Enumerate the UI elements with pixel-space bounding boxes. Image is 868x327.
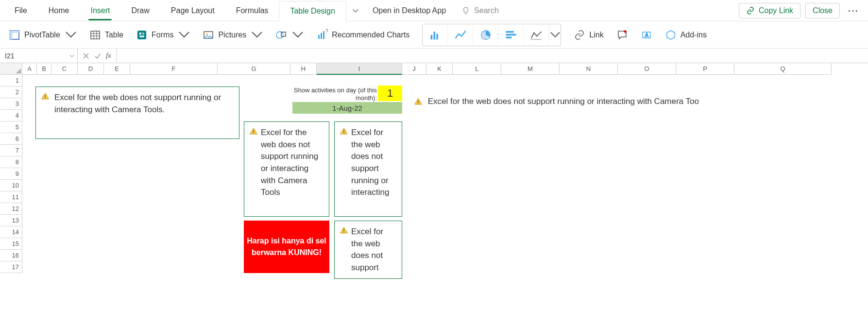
svg-rect-3 xyxy=(91,31,100,39)
cancel-icon[interactable] xyxy=(83,52,89,59)
tab-formulas[interactable]: Formulas xyxy=(225,0,279,21)
tab-home[interactable]: Home xyxy=(38,0,80,21)
pivottable-label: PivotTable xyxy=(24,31,60,39)
row-header-14[interactable]: 14 xyxy=(0,226,22,238)
row-header-9[interactable]: 9 xyxy=(0,168,22,180)
table-button[interactable]: Table xyxy=(89,29,123,41)
copy-link-button[interactable]: Copy Link xyxy=(739,3,800,18)
camera-warning-text: Excel for the web does not support runni… xyxy=(351,128,389,197)
row-header-15[interactable]: 15 xyxy=(0,238,22,250)
row-header-2[interactable]: 2 xyxy=(0,86,22,98)
column-header-M[interactable]: M xyxy=(501,63,560,75)
chevron-down-icon[interactable] xyxy=(352,7,359,14)
row-header-13[interactable]: 13 xyxy=(0,215,22,226)
row-header-3[interactable]: 3 xyxy=(0,98,22,110)
select-all-corner[interactable] xyxy=(0,63,22,75)
column-header-G[interactable]: G xyxy=(218,63,290,75)
day-input-cell[interactable]: 1 xyxy=(378,86,402,101)
column-header-O[interactable]: O xyxy=(618,63,676,75)
column-header-L[interactable]: L xyxy=(453,63,501,75)
column-header-B[interactable]: B xyxy=(37,63,51,75)
textbox-button[interactable]: A xyxy=(641,29,652,41)
recommended-charts-icon: ? xyxy=(316,29,328,41)
svg-rect-34 xyxy=(253,130,254,132)
pictures-label: Pictures xyxy=(218,31,246,39)
svg-rect-37 xyxy=(343,133,344,134)
column-headers: ABCDEFGHIJKLMNOPQ xyxy=(22,63,832,75)
row-header-5[interactable]: 5 xyxy=(0,121,22,133)
svg-point-13 xyxy=(206,33,208,35)
column-header-E[interactable]: E xyxy=(104,63,130,75)
row-header-6[interactable]: 6 xyxy=(0,133,22,145)
svg-rect-8 xyxy=(137,31,146,39)
column-header-D[interactable]: D xyxy=(78,63,104,75)
svg-rect-20 xyxy=(430,35,432,39)
formula-input[interactable] xyxy=(117,49,868,63)
more-button[interactable]: ⋯ xyxy=(845,4,861,17)
tab-page-layout[interactable]: Page Layout xyxy=(160,0,225,21)
svg-rect-36 xyxy=(343,130,344,132)
svg-rect-25 xyxy=(506,34,516,35)
confirm-icon[interactable] xyxy=(94,52,101,59)
comment-button[interactable] xyxy=(616,29,628,41)
tab-table-design[interactable]: Table Design xyxy=(279,1,346,21)
column-header-Q[interactable]: Q xyxy=(734,63,832,75)
area-chart-button[interactable] xyxy=(524,25,549,45)
svg-rect-22 xyxy=(436,34,438,39)
link-icon xyxy=(574,29,585,41)
column-header-I[interactable]: I xyxy=(317,63,402,75)
search-box[interactable]: Search xyxy=(454,6,739,15)
recommended-charts-label: Recommended Charts xyxy=(332,31,409,39)
pie-chart-button[interactable] xyxy=(473,25,498,45)
row-header-4[interactable]: 4 xyxy=(0,110,22,121)
name-box[interactable]: I21 xyxy=(0,49,78,63)
column-chart-icon xyxy=(428,28,442,42)
fx-icon[interactable]: fx xyxy=(106,49,117,63)
chart-gallery-more-button[interactable] xyxy=(549,25,561,45)
forms-button[interactable]: Forms xyxy=(136,29,190,41)
column-header-F[interactable]: F xyxy=(130,63,218,75)
row-header-11[interactable]: 11 xyxy=(0,191,22,203)
pivottable-button[interactable]: PivotTable xyxy=(9,29,77,41)
red-instruction-text: Harap isi hanya di sel berwarna KUNING! xyxy=(244,235,329,258)
link-icon xyxy=(746,6,755,15)
column-header-C[interactable]: C xyxy=(51,63,78,75)
bar-chart-button[interactable] xyxy=(498,25,524,45)
chevron-down-icon xyxy=(69,53,74,58)
recommended-charts-button[interactable]: ? Recommended Charts xyxy=(316,29,409,41)
svg-rect-10 xyxy=(142,33,144,34)
line-chart-button[interactable] xyxy=(448,25,473,45)
pictures-button[interactable]: Pictures xyxy=(203,29,263,41)
row-header-12[interactable]: 12 xyxy=(0,203,22,215)
comment-icon xyxy=(616,29,628,41)
row-header-16[interactable]: 16 xyxy=(0,250,22,261)
addins-button[interactable]: Add-ins xyxy=(665,29,707,41)
open-in-desktop-button[interactable]: Open in Desktop App xyxy=(365,6,454,15)
svg-rect-16 xyxy=(318,35,320,39)
svg-rect-40 xyxy=(418,100,419,102)
row-header-8[interactable]: 8 xyxy=(0,156,22,168)
row-header-17[interactable]: 17 xyxy=(0,261,22,273)
close-button[interactable]: Close xyxy=(805,3,840,18)
red-instruction-box: Harap isi hanya di sel berwarna KUNING! xyxy=(244,221,329,273)
camera-warning-box-2: Excel for the web does not support runni… xyxy=(244,121,329,217)
shapes-button[interactable] xyxy=(275,29,304,41)
row-header-7[interactable]: 7 xyxy=(0,145,22,156)
tab-draw[interactable]: Draw xyxy=(120,0,160,21)
tab-file[interactable]: File xyxy=(4,0,38,21)
column-chart-button[interactable] xyxy=(423,25,448,45)
row-header-1[interactable]: 1 xyxy=(0,75,22,86)
chevron-down-icon xyxy=(550,28,561,42)
svg-rect-39 xyxy=(343,232,344,233)
cells-area[interactable]: Excel for the web does not support runni… xyxy=(22,75,868,327)
link-button[interactable]: Link xyxy=(574,29,603,41)
column-header-A[interactable]: A xyxy=(22,63,37,75)
tab-insert[interactable]: Insert xyxy=(80,0,120,21)
camera-warning-box-3: Excel for the web does not support runni… xyxy=(334,121,402,217)
column-header-N[interactable]: N xyxy=(560,63,618,75)
row-header-10[interactable]: 10 xyxy=(0,180,22,191)
column-header-J[interactable]: J xyxy=(402,63,426,75)
column-header-H[interactable]: H xyxy=(290,63,317,75)
column-header-K[interactable]: K xyxy=(426,63,453,75)
column-header-P[interactable]: P xyxy=(676,63,734,75)
